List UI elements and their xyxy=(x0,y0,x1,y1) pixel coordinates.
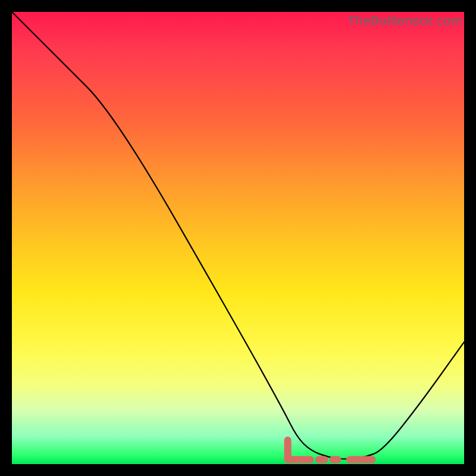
bottleneck-curve-line xyxy=(12,12,464,459)
bottleneck-plot xyxy=(12,12,464,464)
chart-frame: TheBottleneck.com xyxy=(12,12,464,464)
